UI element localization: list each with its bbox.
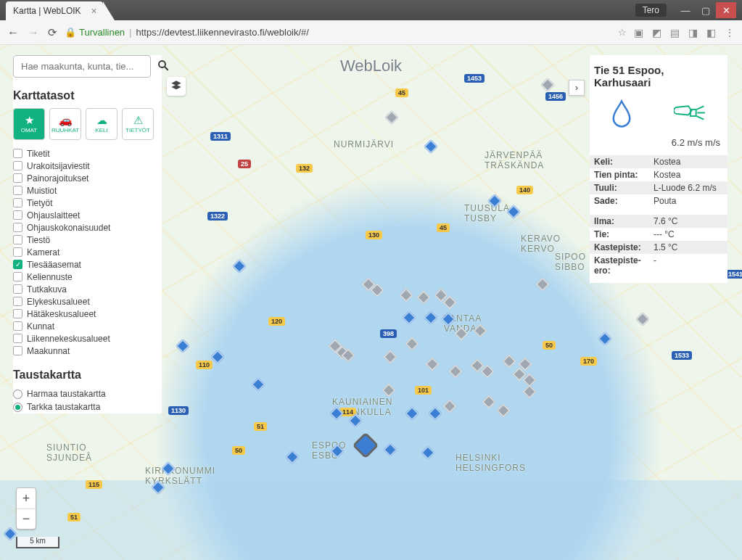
layers-toggle-button[interactable] bbox=[167, 77, 186, 96]
weather-station-marker[interactable] bbox=[482, 395, 496, 409]
weather-station-marker[interactable] bbox=[405, 337, 419, 351]
weather-station-marker[interactable] bbox=[487, 194, 502, 208]
checkbox[interactable] bbox=[13, 223, 22, 232]
weather-station-marker[interactable] bbox=[428, 406, 442, 421]
layer-checkbox-row[interactable]: Muistiot bbox=[13, 184, 162, 197]
weather-station-marker[interactable] bbox=[473, 324, 487, 338]
weather-station-marker[interactable] bbox=[442, 399, 457, 413]
layer-checkbox-row[interactable]: Maakunnat bbox=[13, 345, 162, 357]
weather-station-marker[interactable] bbox=[210, 350, 225, 364]
ext-icon-2[interactable]: ◩ bbox=[652, 27, 661, 38]
layer-checkbox-row[interactable]: Liikennekeskusalueet bbox=[13, 332, 162, 345]
basemap-radio-row[interactable]: Harmaa taustakartta bbox=[13, 387, 162, 400]
radio[interactable] bbox=[13, 403, 22, 412]
layer-button-omat[interactable]: ★OMAT bbox=[13, 108, 45, 140]
layer-checkbox-row[interactable]: Tiestö bbox=[13, 234, 162, 246]
search-icon[interactable] bbox=[157, 59, 170, 75]
browser-tab[interactable]: Kartta | WebLOIK × bbox=[6, 1, 103, 20]
weather-station-marker[interactable] bbox=[402, 310, 416, 325]
checkbox[interactable] bbox=[13, 284, 22, 294]
checkbox[interactable]: ✓ bbox=[13, 260, 22, 269]
weather-station-marker[interactable] bbox=[496, 403, 511, 418]
weather-station-marker[interactable] bbox=[421, 445, 435, 460]
layer-checkbox-row[interactable]: Painorajoitukset bbox=[13, 172, 162, 184]
weather-station-marker-selected[interactable] bbox=[355, 435, 376, 456]
weather-station-marker[interactable] bbox=[383, 442, 397, 457]
checkbox[interactable] bbox=[13, 321, 22, 331]
ext-icon-4[interactable]: ◨ bbox=[688, 27, 698, 38]
checkbox[interactable] bbox=[13, 297, 22, 306]
weather-station-marker[interactable] bbox=[502, 354, 516, 368]
checkbox[interactable] bbox=[13, 198, 22, 207]
weather-station-marker[interactable] bbox=[522, 384, 537, 399]
radio[interactable] bbox=[13, 390, 22, 399]
checkbox[interactable] bbox=[13, 235, 22, 244]
layer-checkbox-row[interactable]: Tutkakuva bbox=[13, 283, 162, 295]
weather-station-marker[interactable] bbox=[176, 339, 190, 353]
weather-station-marker[interactable] bbox=[384, 110, 399, 125]
checkbox[interactable] bbox=[13, 346, 22, 355]
weather-station-marker[interactable] bbox=[540, 78, 555, 92]
weather-station-marker[interactable] bbox=[3, 527, 17, 541]
forward-icon[interactable]: → bbox=[28, 26, 39, 39]
zoom-in-button[interactable]: + bbox=[17, 488, 36, 508]
checkbox[interactable] bbox=[13, 247, 22, 257]
layer-checkbox-row[interactable]: Kamerat bbox=[13, 246, 162, 258]
layer-button-keli[interactable]: ☁KELI bbox=[86, 108, 118, 140]
star-icon[interactable]: ☆ bbox=[618, 27, 627, 38]
weather-station-marker[interactable] bbox=[416, 290, 431, 305]
ext-icon-3[interactable]: ▤ bbox=[670, 27, 680, 38]
weather-station-marker[interactable] bbox=[424, 139, 438, 154]
weather-station-marker[interactable] bbox=[424, 310, 438, 325]
layer-button-tietyöt[interactable]: ⚠TIETYÖT bbox=[122, 108, 154, 140]
weather-station-marker[interactable] bbox=[635, 312, 650, 326]
weather-station-marker[interactable] bbox=[448, 364, 463, 379]
weather-station-marker[interactable] bbox=[251, 377, 265, 392]
search-input[interactable] bbox=[13, 55, 151, 78]
checkbox[interactable] bbox=[13, 173, 22, 183]
zoom-out-button[interactable]: − bbox=[17, 508, 36, 529]
layer-checkbox-row[interactable]: ✓Tiesääasemat bbox=[13, 258, 162, 271]
close-tab-icon[interactable]: × bbox=[91, 5, 96, 17]
back-icon[interactable]: ← bbox=[7, 26, 19, 39]
weather-station-marker[interactable] bbox=[506, 205, 521, 219]
weather-station-marker[interactable] bbox=[382, 383, 396, 398]
weather-station-marker[interactable] bbox=[405, 406, 419, 421]
checkbox[interactable] bbox=[13, 186, 22, 195]
layer-checkbox-row[interactable]: Keliennuste bbox=[13, 271, 162, 283]
layer-checkbox-row[interactable]: Elykeskusalueet bbox=[13, 295, 162, 308]
checkbox[interactable] bbox=[13, 272, 22, 281]
window-minimize-button[interactable]: — bbox=[675, 2, 696, 18]
checkbox[interactable] bbox=[13, 149, 22, 158]
weather-station-marker[interactable] bbox=[399, 288, 413, 302]
layer-checkbox-row[interactable]: Kunnat bbox=[13, 320, 162, 332]
basemap-radio-row[interactable]: Tarkka taustakartta bbox=[13, 400, 162, 413]
weather-station-marker[interactable] bbox=[441, 312, 455, 326]
checkbox[interactable] bbox=[13, 210, 22, 220]
weather-station-marker[interactable] bbox=[232, 259, 247, 273]
checkbox[interactable] bbox=[13, 161, 22, 170]
checkbox[interactable] bbox=[13, 334, 22, 343]
layer-checkbox-row[interactable]: Urakoitsijaviestit bbox=[13, 160, 162, 172]
layer-button-ruuhkat[interactable]: 🚗RUUHKAT bbox=[49, 108, 81, 140]
collapse-info-panel-button[interactable]: › bbox=[569, 80, 585, 96]
weather-station-marker[interactable] bbox=[383, 350, 397, 364]
layer-checkbox-row[interactable]: Tietyöt bbox=[13, 197, 162, 209]
weather-station-marker[interactable] bbox=[151, 480, 165, 495]
weather-station-marker[interactable] bbox=[535, 277, 550, 292]
ext-icon-1[interactable]: ▣ bbox=[634, 27, 643, 38]
layer-checkbox-row[interactable]: Tiketit bbox=[13, 147, 162, 160]
layer-checkbox-row[interactable]: Hätäkeskusalueet bbox=[13, 308, 162, 320]
weather-station-marker[interactable] bbox=[454, 326, 469, 341]
weather-station-marker[interactable] bbox=[425, 357, 440, 371]
weather-station-marker[interactable] bbox=[330, 444, 345, 458]
layer-checkbox-row[interactable]: Ohjauslaitteet bbox=[13, 209, 162, 221]
weather-station-marker[interactable] bbox=[285, 450, 300, 464]
weather-station-marker[interactable] bbox=[161, 461, 176, 476]
window-close-button[interactable]: ✕ bbox=[716, 2, 736, 18]
window-maximize-button[interactable]: ▢ bbox=[696, 2, 716, 18]
layer-checkbox-row[interactable]: Ohjauskokonaisuudet bbox=[13, 221, 162, 234]
weather-station-marker[interactable] bbox=[598, 332, 612, 346]
ext-icon-5[interactable]: ◧ bbox=[706, 27, 716, 38]
menu-icon[interactable]: ⋮ bbox=[725, 27, 735, 38]
